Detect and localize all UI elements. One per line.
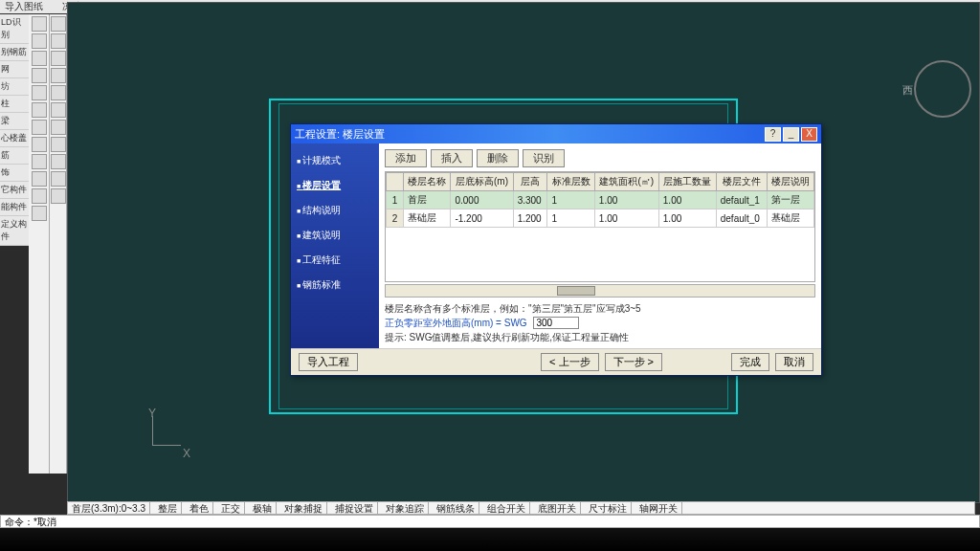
tool-icon[interactable] <box>32 137 47 152</box>
tool-icon[interactable] <box>51 85 66 100</box>
column-header[interactable]: 层高 <box>513 173 547 191</box>
command-line[interactable]: 命令：*取消 <box>0 515 980 528</box>
status-toggle[interactable]: 组合开关 <box>483 502 530 514</box>
identify-button[interactable]: 识别 <box>523 149 565 167</box>
table-cell[interactable]: 1 <box>387 191 404 209</box>
table-cell[interactable]: 1.200 <box>513 209 547 228</box>
cancel-button[interactable]: 取消 <box>775 353 813 371</box>
category-label[interactable]: 它构件 <box>0 182 29 199</box>
column-header[interactable]: 建筑面积(㎡) <box>594 173 658 191</box>
table-cell[interactable]: 1 <box>547 191 594 209</box>
status-toggle[interactable]: 对象捕捉 <box>280 502 327 514</box>
column-header[interactable] <box>387 173 404 191</box>
view-compass[interactable]: 西 <box>914 60 971 118</box>
nav-item[interactable]: 楼层设置 <box>297 178 373 193</box>
category-label[interactable]: 心楼盖 <box>0 130 29 147</box>
tool-icon[interactable] <box>32 85 47 100</box>
delete-button[interactable]: 删除 <box>477 149 519 167</box>
category-label[interactable]: 坊 <box>0 78 29 96</box>
tool-icon[interactable] <box>51 33 66 49</box>
column-header[interactable]: 层底标高(m) <box>451 173 513 191</box>
status-toggle[interactable]: 轴网开关 <box>635 502 682 514</box>
tool-icon[interactable] <box>51 120 66 135</box>
category-label[interactable]: 别钢筋 <box>0 44 29 61</box>
table-cell[interactable]: 1 <box>547 209 594 228</box>
table-cell[interactable]: 0.000 <box>451 191 513 209</box>
next-button[interactable]: 下一步 > <box>605 353 662 371</box>
category-label[interactable]: 饰 <box>0 165 29 182</box>
category-label[interactable]: 定义构件 <box>0 216 29 246</box>
tool-icon[interactable] <box>51 154 66 169</box>
tool-icon[interactable] <box>32 33 47 49</box>
status-toggle[interactable]: 底图开关 <box>534 502 581 514</box>
tool-icon[interactable] <box>32 188 47 204</box>
menu-import[interactable]: 导入图纸 <box>5 0 43 13</box>
tool-icon[interactable] <box>51 16 66 32</box>
nav-item[interactable]: 计规模式 <box>297 153 373 168</box>
status-toggle[interactable]: 钢筋线条 <box>433 502 479 514</box>
finish-button[interactable]: 完成 <box>731 353 769 371</box>
swg-input[interactable] <box>533 317 579 329</box>
dialog-titlebar[interactable]: 工程设置: 楼层设置 ? _ X <box>291 124 821 143</box>
tool-icon[interactable] <box>32 102 47 118</box>
status-toggle[interactable]: 对象追踪 <box>382 502 429 514</box>
category-label[interactable]: 网 <box>0 61 29 78</box>
tool-icon[interactable] <box>32 51 47 66</box>
status-toggle[interactable]: 捕捉设置 <box>331 502 378 514</box>
table-cell[interactable]: default_0 <box>716 209 767 228</box>
add-button[interactable]: 添加 <box>385 149 427 167</box>
titlebar-minimize-button[interactable]: _ <box>783 127 799 142</box>
nav-item[interactable]: 建筑说明 <box>297 228 373 243</box>
nav-item[interactable]: 工程特征 <box>297 253 373 268</box>
status-toggle[interactable]: 极轴 <box>249 502 277 514</box>
tool-icon[interactable] <box>51 171 66 187</box>
table-cell[interactable]: 基础层 <box>767 209 814 228</box>
column-header[interactable]: 楼层名称 <box>404 173 451 191</box>
titlebar-help-button[interactable]: ? <box>765 127 781 142</box>
table-cell[interactable]: 1.00 <box>658 191 716 209</box>
table-cell[interactable]: 第一层 <box>767 191 814 209</box>
table-cell[interactable]: -1.200 <box>451 209 513 228</box>
table-row[interactable]: 2基础层-1.2001.20011.001.00default_0基础层 <box>387 209 814 228</box>
tool-icon[interactable] <box>51 102 66 118</box>
tool-icon[interactable] <box>32 171 47 187</box>
status-toggle[interactable]: 正交 <box>217 502 245 514</box>
column-header[interactable]: 楼层说明 <box>767 173 814 191</box>
category-label[interactable]: 筋 <box>0 147 29 165</box>
tool-icon[interactable] <box>51 51 66 66</box>
table-cell[interactable]: 首层 <box>404 191 451 209</box>
table-cell[interactable]: 3.300 <box>513 191 547 209</box>
tool-icon[interactable] <box>32 68 47 83</box>
status-toggle[interactable]: 尺寸标注 <box>585 502 632 514</box>
prev-button[interactable]: < 上一步 <box>541 353 598 371</box>
category-label[interactable]: 梁 <box>0 113 29 130</box>
table-cell[interactable]: 1.00 <box>594 209 658 228</box>
category-label[interactable]: 能构件 <box>0 199 29 216</box>
table-cell[interactable]: 基础层 <box>404 209 451 228</box>
insert-button[interactable]: 插入 <box>431 149 473 167</box>
table-cell[interactable]: default_1 <box>716 191 767 209</box>
tool-icon[interactable] <box>32 120 47 135</box>
tool-icon[interactable] <box>32 154 47 169</box>
table-cell[interactable]: 1.00 <box>658 209 716 228</box>
status-toggle[interactable]: 着色 <box>186 502 213 514</box>
tool-icon[interactable] <box>51 188 66 204</box>
table-cell[interactable]: 2 <box>387 209 404 228</box>
floor-table-wrapper[interactable]: 楼层名称层底标高(m)层高标准层数建筑面积(㎡)层施工数量楼层文件楼层说明 1首… <box>385 171 815 282</box>
category-label[interactable]: 柱 <box>0 96 29 113</box>
tool-icon[interactable] <box>32 16 47 32</box>
table-row[interactable]: 1首层0.0003.30011.001.00default_1第一层 <box>387 191 814 209</box>
column-header[interactable]: 楼层文件 <box>716 173 767 191</box>
nav-item[interactable]: 结构说明 <box>297 203 373 218</box>
titlebar-close-button[interactable]: X <box>801 127 817 142</box>
nav-item[interactable]: 钢筋标准 <box>297 277 373 293</box>
column-header[interactable]: 层施工数量 <box>658 173 716 191</box>
tool-icon[interactable] <box>32 206 47 221</box>
table-cell[interactable]: 1.00 <box>594 191 658 209</box>
tool-icon[interactable] <box>51 137 66 152</box>
column-header[interactable]: 标准层数 <box>547 173 594 191</box>
category-label[interactable]: LD识别 <box>0 14 29 44</box>
status-toggle[interactable]: 整层 <box>154 502 182 514</box>
horizontal-scrollbar[interactable] <box>385 284 815 298</box>
import-project-button[interactable]: 导入工程 <box>299 353 358 371</box>
